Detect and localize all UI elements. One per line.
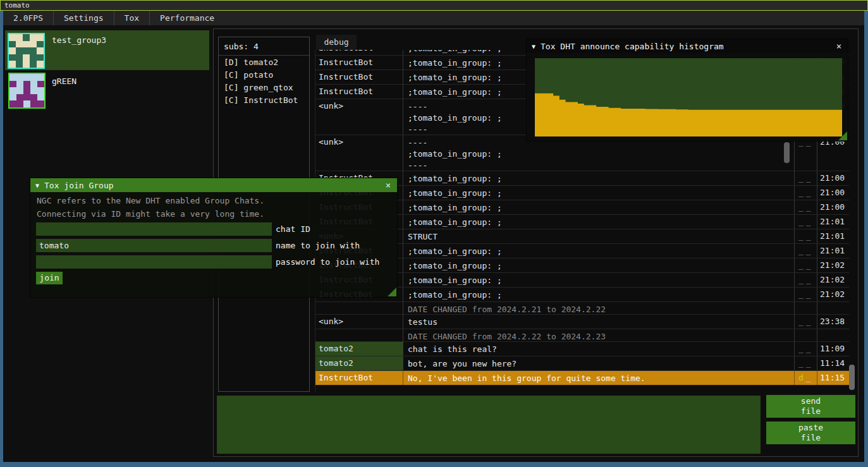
status-underscore: _ xyxy=(806,173,814,183)
avatar-pixel xyxy=(30,61,37,68)
message-input[interactable] xyxy=(217,396,761,454)
collapse-arrow-icon[interactable]: ▼ xyxy=(35,182,39,189)
avatar-pixel xyxy=(30,54,37,61)
avatar-pixel xyxy=(37,54,44,61)
avatar-pixel xyxy=(23,74,30,81)
close-icon[interactable]: × xyxy=(383,180,393,190)
sender-name: <unk> xyxy=(315,315,403,329)
paste-file-button[interactable]: paste file xyxy=(766,422,855,444)
chat-message-row: <unk>testus__23:38 xyxy=(315,315,849,329)
avatar-pixel xyxy=(37,34,44,41)
status-underscore: _ xyxy=(806,373,814,382)
delivery-status: d_ xyxy=(795,371,817,385)
message-text: ;tomato_in_group: ; xyxy=(403,200,795,214)
dht-histogram-title: Tox DHT announce capability histogram xyxy=(541,42,834,51)
menubar: 2.0FPSSettingsToxPerformance xyxy=(3,11,864,25)
chat-outer-scrollbar-thumb[interactable] xyxy=(849,365,855,390)
collapse-arrow-icon[interactable]: ▼ xyxy=(532,43,535,50)
delivered-indicator: d xyxy=(798,373,806,382)
status-underscore: _ xyxy=(806,246,814,255)
sender-name: tomato2 xyxy=(315,342,403,356)
message-timestamp: 23:38 xyxy=(817,315,849,329)
join-help-text-2: Connecting via ID might take a very long… xyxy=(37,209,264,219)
status-underscore: _ xyxy=(798,231,806,241)
avatar-pixel xyxy=(16,41,23,48)
chat-id-input[interactable] xyxy=(36,222,272,236)
status-underscore: _ xyxy=(798,289,806,299)
menu-item-settings[interactable]: Settings xyxy=(54,11,114,25)
avatar-pixel xyxy=(30,34,37,41)
message-timestamp: 21:01 xyxy=(817,215,849,229)
join-group-titlebar[interactable]: ▼ Tox join Group × xyxy=(30,178,397,192)
status-cell xyxy=(795,329,817,341)
delivery-status: __ xyxy=(795,171,817,185)
resize-grip-icon[interactable] xyxy=(388,288,396,296)
join-button[interactable]: join xyxy=(36,272,63,284)
chat-message-row: tomato2chat is this real?__11:09 xyxy=(315,342,849,356)
status-underscore: _ xyxy=(798,358,806,368)
sidebar-group-test_group3[interactable]: test_group3 xyxy=(5,30,209,70)
message-timestamp: 21:01 xyxy=(817,229,849,243)
message-text: ;tomato_in_group: ; xyxy=(403,215,795,229)
menu-item-performance[interactable]: Performance xyxy=(150,11,224,25)
status-underscore: _ xyxy=(806,202,814,212)
avatar-pixel xyxy=(37,94,44,101)
avatar-pixel xyxy=(37,61,44,68)
delivery-status: __ xyxy=(795,288,817,301)
message-timestamp: 11:09 xyxy=(817,342,849,356)
sender-name: <unk> xyxy=(315,99,403,135)
member-list: [D] tomato2[C] potato[C] green_qtox[C] I… xyxy=(219,56,309,106)
sidebar-group-gREEN[interactable]: gREEN xyxy=(5,71,209,109)
avatar-pixel xyxy=(30,87,37,94)
delivery-status: __ xyxy=(795,356,817,370)
delivery-status: __ xyxy=(795,342,817,356)
sender-name: InstructBot xyxy=(315,85,403,99)
join-group-title: Tox join Group xyxy=(44,181,383,190)
sender-name: InstructBot xyxy=(315,70,403,84)
avatar-pixel xyxy=(30,74,37,81)
message-line: ---- xyxy=(408,160,794,171)
message-text: ;tomato_in_group: ; xyxy=(403,258,795,272)
menu-item-tox[interactable]: Tox xyxy=(114,11,150,25)
status-underscore: _ xyxy=(798,188,806,197)
tab-debug[interactable]: debug xyxy=(316,35,357,50)
message-text: testus xyxy=(403,315,795,329)
avatar-pixel xyxy=(30,94,37,101)
dht-histogram-window: ▼ Tox DHT announce capability histogram … xyxy=(527,39,848,141)
sender-cell xyxy=(315,329,403,341)
join-group-window: ▼ Tox join Group × NGC refers to the New… xyxy=(30,178,397,297)
delivery-status: __ xyxy=(795,200,817,214)
send-file-button[interactable]: send file xyxy=(766,395,855,418)
avatar-pixel xyxy=(23,87,30,94)
chat-inner-scrollbar-thumb[interactable] xyxy=(784,142,790,163)
sender-name: tomato2 xyxy=(315,356,403,370)
avatar-pixel xyxy=(23,47,30,54)
status-underscore: _ xyxy=(806,231,814,241)
menu-item-2.0fps[interactable]: 2.0FPS xyxy=(3,11,54,25)
status-underscore: _ xyxy=(806,317,814,326)
close-icon[interactable]: × xyxy=(834,41,844,51)
status-underscore: _ xyxy=(806,289,814,299)
message-timestamp: 21:00 xyxy=(817,171,849,185)
paste-file-line2: file xyxy=(766,433,855,443)
delivery-status: __ xyxy=(795,273,817,287)
join-name-input[interactable] xyxy=(36,239,272,252)
message-timestamp: 21:02 xyxy=(817,273,849,287)
histogram-area-chart xyxy=(535,58,842,136)
join-password-input[interactable] xyxy=(36,255,272,269)
avatar-pixel xyxy=(37,87,44,94)
delivery-status: __ xyxy=(795,186,817,200)
message-timestamp: 21:02 xyxy=(817,288,849,301)
send-file-line2: file xyxy=(766,406,855,416)
chat-message-row: tomato2bot, are you new here?__11:14 xyxy=(315,356,849,371)
sender-cell xyxy=(315,302,403,314)
message-text: STRUCT xyxy=(403,229,795,243)
message-text: ;tomato_in_group: ; xyxy=(403,186,795,200)
avatar-pixel xyxy=(23,54,30,61)
dht-histogram-titlebar[interactable]: ▼ Tox DHT announce capability histogram … xyxy=(527,39,848,53)
message-timestamp: 11:15 xyxy=(817,371,849,385)
delivery-status: __ xyxy=(795,315,817,329)
avatar-pixel xyxy=(23,61,30,68)
status-underscore: _ xyxy=(806,217,814,226)
resize-grip-icon[interactable] xyxy=(838,131,847,140)
